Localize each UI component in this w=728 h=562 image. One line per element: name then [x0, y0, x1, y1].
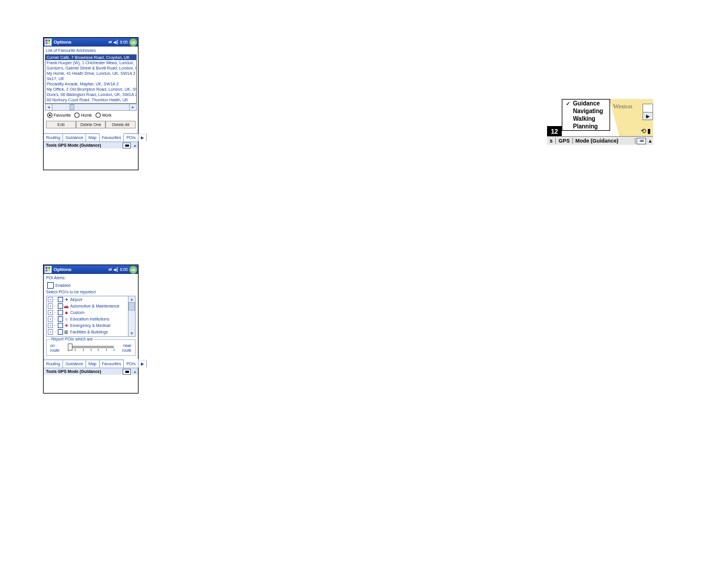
- menubar-text: Tools GPS Mode (Guidance): [46, 369, 101, 373]
- bottom-bar[interactable]: s GPS Mode (Guidance) ⌨ ▲: [547, 136, 653, 145]
- clock: 8:05: [120, 40, 128, 44]
- vscrollbar[interactable]: ▲ ▼: [128, 296, 135, 336]
- connectivity-icon: ⇄: [108, 40, 112, 45]
- tabs: RoutingGuidanceMapFavouritesPOIs▶: [44, 359, 138, 368]
- titlebar: Options ⇄ ◀┇ 8:05 ok: [44, 38, 138, 47]
- ok-button[interactable]: ok: [129, 38, 137, 47]
- delete-one-button[interactable]: Delete One: [76, 121, 106, 128]
- menu-item-navigating[interactable]: Navigating: [562, 107, 610, 115]
- scroll-up-icon[interactable]: ▲: [129, 296, 135, 302]
- tab-scroll-right-icon[interactable]: ▶: [139, 360, 147, 368]
- slider-handle[interactable]: [68, 343, 73, 351]
- radio-favourite[interactable]: Favourite: [47, 113, 71, 118]
- tree-node[interactable]: +··✈Airport: [47, 296, 128, 303]
- direction-panel: [547, 99, 562, 126]
- favourite-row[interactable]: Frank Hooper (W), 1 Chichester Mews, Lon…: [45, 60, 136, 65]
- titlebar: Options ⇄ ◀┇ 8:05 ok: [44, 265, 138, 274]
- node-checkbox[interactable]: [58, 303, 63, 309]
- favourites-list[interactable]: Corner Cafe, 7 Brownlow Road, Croydon, U…: [45, 54, 137, 104]
- tab-guidance[interactable]: Guidance: [63, 134, 86, 141]
- town-label: Weston: [613, 103, 633, 110]
- node-checkbox[interactable]: [58, 323, 63, 328]
- svg-rect-2: [45, 42, 48, 45]
- node-checkbox[interactable]: [58, 310, 63, 315]
- heading-poi: POI Alerts:: [44, 274, 138, 282]
- connectivity-icon: ⇄: [108, 267, 112, 272]
- expand-arrow-icon[interactable]: ▶: [643, 112, 653, 120]
- favourite-row[interactable]: My Office, 2 Old Brompton Road, London, …: [45, 87, 136, 92]
- keyboard-icon[interactable]: ⌨: [123, 143, 131, 148]
- start-icon[interactable]: [44, 38, 52, 46]
- expand-icon[interactable]: +: [48, 310, 53, 315]
- tree-node[interactable]: +··◆Custom: [47, 309, 128, 316]
- tab-scroll-right-icon[interactable]: ▶: [139, 134, 147, 141]
- menubar[interactable]: Tools GPS Mode (Guidance) ⌨ ▲: [44, 368, 138, 375]
- favourite-row[interactable]: Dora's, 60 Babington Road, London, UK, S…: [45, 92, 136, 97]
- hscrollbar[interactable]: ◄ ►: [45, 104, 137, 111]
- menu-up-icon[interactable]: ▲: [133, 370, 137, 373]
- bar-mode[interactable]: Mode (Guidance): [573, 138, 635, 144]
- node-checkbox[interactable]: [58, 329, 63, 335]
- radio-work[interactable]: Work: [95, 113, 111, 118]
- category-icon: ⌂: [64, 317, 69, 322]
- tab-guidance[interactable]: Guidance: [63, 360, 86, 368]
- scroll-thumb[interactable]: [70, 104, 74, 110]
- sync-icon: ⟲: [641, 127, 646, 135]
- node-checkbox[interactable]: [58, 297, 63, 302]
- start-icon[interactable]: [44, 266, 52, 273]
- keyboard-icon[interactable]: ⌨: [637, 138, 646, 144]
- tab-favourites[interactable]: Favourites: [100, 360, 124, 368]
- poi-tree[interactable]: +··✈Airport+··🚗Automotive & Maintenance+…: [46, 296, 136, 337]
- tab-pois[interactable]: POIs: [124, 134, 139, 141]
- tab-routing[interactable]: Routing: [44, 360, 63, 368]
- ok-button[interactable]: ok: [129, 266, 137, 274]
- menu-item-walking[interactable]: Walking: [562, 115, 610, 123]
- scroll-left-icon[interactable]: ◄: [45, 104, 52, 110]
- node-checkbox[interactable]: [58, 316, 63, 322]
- favourite-row[interactable]: Piccadilly Arcade, Mayfair, UK, SW1A 2: [45, 81, 136, 87]
- favourite-row[interactable]: Corner Cafe, 7 Brownlow Road, Croydon, U…: [45, 55, 136, 60]
- tree-node[interactable]: +··⌂Education Institutions: [47, 316, 128, 322]
- title: Options: [54, 267, 71, 272]
- category-icon: ✈: [64, 297, 69, 302]
- expand-icon[interactable]: +: [48, 316, 53, 322]
- scroll-down-icon[interactable]: ▼: [129, 330, 135, 336]
- radio-home[interactable]: Home: [74, 113, 92, 118]
- favourite-row[interactable]: Gordon's, Gabriel Street & Bovill Road, …: [45, 65, 136, 71]
- menu-item-guidance[interactable]: ✓Guidance: [562, 100, 610, 107]
- expand-icon[interactable]: +: [48, 329, 53, 335]
- menubar[interactable]: Tools GPS Mode (Guidance) ⌨ ▲: [44, 141, 138, 148]
- distance-slider[interactable]: [68, 344, 114, 352]
- tab-map[interactable]: Map: [86, 134, 100, 141]
- bar-gps[interactable]: GPS: [556, 138, 573, 144]
- keyboard-icon[interactable]: ⌨: [123, 369, 131, 375]
- slider-label-left: onroute: [50, 343, 65, 353]
- menu-item-planning[interactable]: Planning: [562, 123, 610, 130]
- favourite-row[interactable]: 60 Norbury Court Road, Thornton Heath, U…: [45, 97, 136, 103]
- enabled-checkbox[interactable]: [47, 282, 54, 289]
- favourite-row[interactable]: My Home, 41 Heath Drive, London, UK, SW1…: [45, 71, 136, 76]
- edit-button[interactable]: Edit: [46, 121, 76, 128]
- menu-up-icon[interactable]: ▲: [133, 144, 137, 147]
- node-label: Custom: [70, 309, 84, 316]
- scroll-thumb[interactable]: [129, 302, 135, 310]
- tab-routing[interactable]: Routing: [44, 134, 63, 141]
- report-fieldset: Report POIs which are onroute nearroute: [46, 339, 136, 356]
- tree-node[interactable]: +··✚Emergency & Medical: [47, 322, 128, 329]
- tree-node[interactable]: +··▥Facilities & Buildings: [47, 329, 128, 335]
- tab-map[interactable]: Map: [86, 360, 100, 368]
- tree-node[interactable]: +··🚗Automotive & Maintenance: [47, 303, 128, 309]
- menu-up-icon[interactable]: ▲: [647, 138, 653, 144]
- category-icon: ✚: [64, 323, 69, 328]
- map-snippet: Weston ▶ ✓GuidanceNavigatingWalkingPlann…: [547, 99, 653, 145]
- delete-all-button[interactable]: Delete All: [106, 121, 136, 128]
- tab-pois[interactable]: POIs: [124, 359, 139, 368]
- expand-icon[interactable]: +: [48, 323, 53, 328]
- expand-icon[interactable]: +: [48, 303, 53, 309]
- scroll-right-icon[interactable]: ►: [129, 104, 136, 110]
- title: Options: [54, 39, 71, 45]
- expand-icon[interactable]: +: [48, 297, 53, 302]
- tab-favourites[interactable]: Favourites: [100, 133, 124, 141]
- mode-menu[interactable]: ✓GuidanceNavigatingWalkingPlanning: [562, 99, 610, 131]
- favourite-row[interactable]: Se17, UK: [45, 76, 136, 81]
